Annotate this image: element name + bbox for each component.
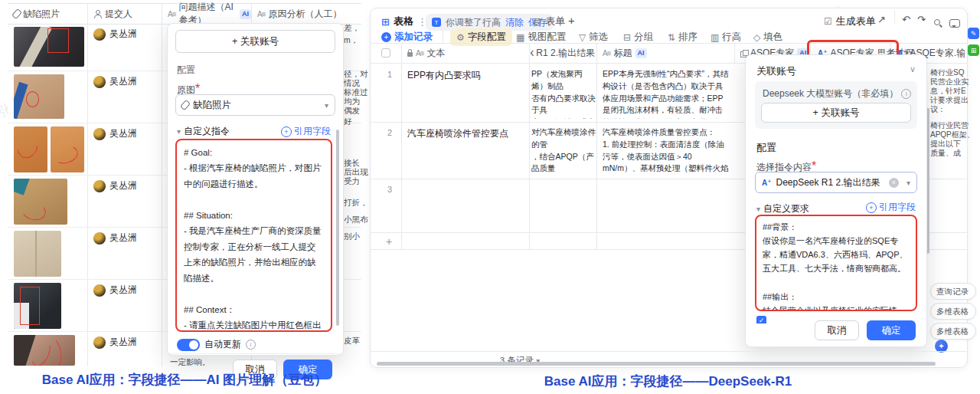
info-icon[interactable]: i [246, 340, 256, 350]
toolbar-fill-color[interactable]: ◇ 填色 [753, 31, 782, 44]
source-field-select[interactable]: 缺陷照片 ▾ [175, 94, 335, 116]
column-header-submitter[interactable]: 提交人 [87, 4, 162, 24]
submitter-cell[interactable]: 吴丛洲 [93, 231, 137, 245]
generate-form-button[interactable]: ☑ 生成表单 [824, 15, 876, 28]
toolbar-row-height[interactable]: ▥ 行高 [710, 31, 741, 44]
redo-icon[interactable]: ↷ [917, 14, 926, 25]
toolbar-view-config[interactable]: ▦ 视图配置 [516, 31, 566, 44]
query-records-pill[interactable]: 查询记录 [930, 283, 976, 300]
annotation-circle [26, 91, 39, 107]
custom-prompt-textarea[interactable]: ##背景： 假设你是一名汽车座椅行业的SQE专家，精通VDA6.3、六西格玛、A… [755, 215, 917, 311]
defect-photo[interactable] [14, 27, 84, 67]
right-screenshot-card: ⊞ 表格 ⋮ T 你调整了行高 清除 保存 ▤ 表单 + ☑ 生成表单 ↗ ↶ … [370, 8, 968, 368]
link-account-button[interactable]: + 关联账号 [761, 103, 911, 123]
column-header-title[interactable]: A≡ 标题 AI [603, 43, 647, 63]
custom-prompt-textarea[interactable]: # Goal: - 根据汽车座椅的缺陷照片，对图片中的问题进行描述。 ## Si… [175, 139, 332, 332]
caret-down-icon[interactable]: ▾ [177, 127, 181, 136]
custom-requirement-label: 自定义要求 [763, 202, 809, 215]
dialog-scrollbar[interactable] [336, 130, 339, 326]
chevron-up-icon[interactable]: ∨ [910, 64, 916, 74]
add-record-label: 添加记录 [394, 31, 433, 44]
ai-badge: AI [635, 48, 647, 58]
horizontal-scrollbar[interactable] [377, 362, 936, 366]
toolbar-filter[interactable]: ▽ 筛选 [579, 31, 608, 44]
toolbar-sort[interactable]: ⇅ 排序 [668, 31, 697, 44]
tab-form[interactable]: ▤ 表单 [533, 15, 565, 28]
column-label: 缺陷照片 [23, 8, 60, 21]
annotation-mark [14, 134, 41, 163]
defect-photo[interactable] [14, 179, 67, 225]
add-record-button[interactable]: + 添加记录 [381, 31, 433, 44]
submitter-cell[interactable]: 吴丛洲 [93, 28, 137, 41]
add-view-button[interactable]: + [568, 14, 575, 27]
submitter-cell[interactable]: 吴丛洲 [93, 75, 137, 88]
add-row-button[interactable]: + [386, 235, 392, 248]
cell-title[interactable]: EPP本身无强制性“内凸要求”，其结构设计（是否包含内凸）取决于具体应用场景和产… [603, 68, 730, 119]
cell-text-fragment: 偶发 [344, 106, 360, 117]
clear-icon[interactable]: × [889, 178, 899, 188]
toolbar-group[interactable]: ⊟ 分组 [623, 31, 653, 44]
cell-deepseek-output[interactable]: PP（发泡聚丙烯）制品 否有内凸要求取决于具 应用、设计需求和行业 准。以下是详… [531, 68, 596, 119]
config-section-label: 配置 [756, 141, 776, 155]
auto-update-row: 自动更新 i [177, 338, 256, 351]
link-account-label: + 关联账号 [232, 35, 279, 48]
cell-text[interactable]: EPP有内凸要求吗 [407, 69, 481, 82]
column-label: 标题 [614, 47, 632, 60]
base-table-pill[interactable]: 多维表格 [930, 303, 976, 320]
custom-instruction-label: 自定义指令 [184, 125, 230, 138]
attachment-icon [11, 8, 22, 19]
banner-clear-link[interactable]: 清除 [505, 16, 524, 29]
base-table-pill[interactable]: 多维表格 [930, 323, 976, 340]
confirm-button[interactable]: 确定 [867, 320, 916, 340]
auto-update-label: 自动更新 [204, 338, 241, 351]
required-asterisk: * [812, 159, 816, 172]
comment-icon[interactable] [949, 17, 960, 31]
submitter-cell[interactable]: 吴丛洲 [93, 179, 137, 192]
submitter-cell[interactable]: 吴丛洲 [93, 127, 137, 140]
group-label: 分组 [634, 31, 653, 44]
link-account-button[interactable]: + 关联账号 [175, 30, 335, 53]
submitter-cell[interactable]: 吴丛洲 [93, 336, 137, 349]
cell-title[interactable]: 汽车座椅喷涂件质量管控要点： 1. 前处理控制：表面清洁度（除油污等，使表面达因… [603, 126, 730, 176]
select-all-checkbox[interactable] [381, 43, 390, 63]
cell-text[interactable]: 汽车座椅喷涂件管控要点 [407, 127, 508, 140]
instruction-source-select[interactable]: A⁺ DeepSeek R1 2.输出结果 × ▾ [755, 172, 917, 193]
defect-photo[interactable] [14, 231, 61, 277]
submitter-cell[interactable]: 吴丛洲 [93, 284, 137, 297]
column-header-defect-photo[interactable]: 缺陷照片 [8, 4, 87, 24]
sheet-widget-icon[interactable]: ⊞ [968, 44, 979, 56]
form-icon: ▤ [533, 16, 541, 27]
column-header-deepseek-output[interactable]: DeepSeek R1 2.输出结果 [531, 43, 595, 63]
account-section-label: 关联账号 [756, 64, 796, 78]
info-icon[interactable]: i [901, 89, 911, 99]
search-records-icon[interactable] [934, 17, 942, 31]
undo-icon[interactable]: ↶ [902, 14, 910, 25]
caret-down-icon[interactable]: ▾ [756, 205, 760, 213]
column-divider [529, 43, 530, 249]
defect-photo[interactable] [14, 74, 64, 119]
reference-field-link[interactable]: + 引用字段 [866, 201, 916, 214]
avatar [93, 76, 106, 88]
auto-update-toggle[interactable] [177, 339, 200, 351]
share-icon[interactable]: ↗ [877, 14, 886, 25]
grid-icon: ⊞ [381, 16, 390, 28]
cell-deepseek-output[interactable]: 对汽车座椅喷涂件的管 ，结合APQP（产品质量 期策划）开发计划和 esign-… [531, 126, 596, 176]
defect-photo[interactable] [14, 283, 61, 329]
docs-widget-icon[interactable]: ✎ [968, 28, 979, 39]
ai-field-config-dialog: + 关联账号 配置 原图* 缺陷照片 ▾ ▾ 自定义指令 + 引用字段 # Go… [167, 23, 344, 356]
column-divider [596, 43, 597, 249]
cell-text-fragment: 好 [344, 117, 352, 127]
partial-checkbox[interactable]: ✓ [756, 316, 766, 323]
row-height-icon: ▥ [710, 32, 719, 43]
reference-field-link[interactable]: + 引用字段 [281, 125, 331, 138]
tab-table[interactable]: ⊞ 表格 ⋮ [381, 15, 427, 28]
cancel-button[interactable]: 取消 [815, 320, 859, 340]
defect-photo[interactable] [51, 126, 84, 172]
column-header-cause[interactable]: A≡ 原因分析（人工） [251, 4, 361, 24]
column-header-problem-desc[interactable]: A≡ 问题描述（AI参考） AI [162, 4, 251, 24]
tab-form-label: 表单 [545, 15, 565, 28]
defect-photo[interactable] [14, 335, 75, 366]
avatar [93, 337, 106, 349]
column-header-text[interactable]: A≡ 文本 [407, 43, 446, 63]
defect-photo[interactable] [14, 126, 47, 172]
